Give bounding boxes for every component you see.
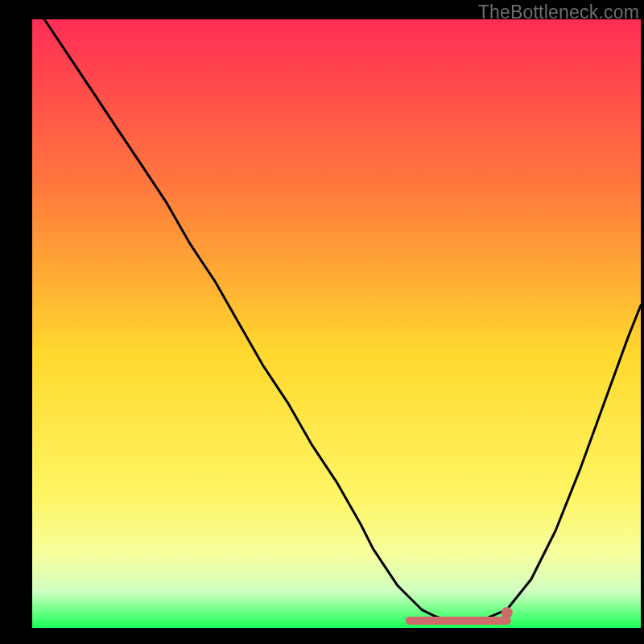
gradient-background bbox=[32, 19, 641, 628]
watermark-text: TheBottleneck.com bbox=[478, 2, 639, 23]
bottleneck-plot bbox=[32, 19, 641, 628]
optimal-marker-dot bbox=[502, 607, 513, 618]
chart-frame bbox=[32, 19, 641, 628]
